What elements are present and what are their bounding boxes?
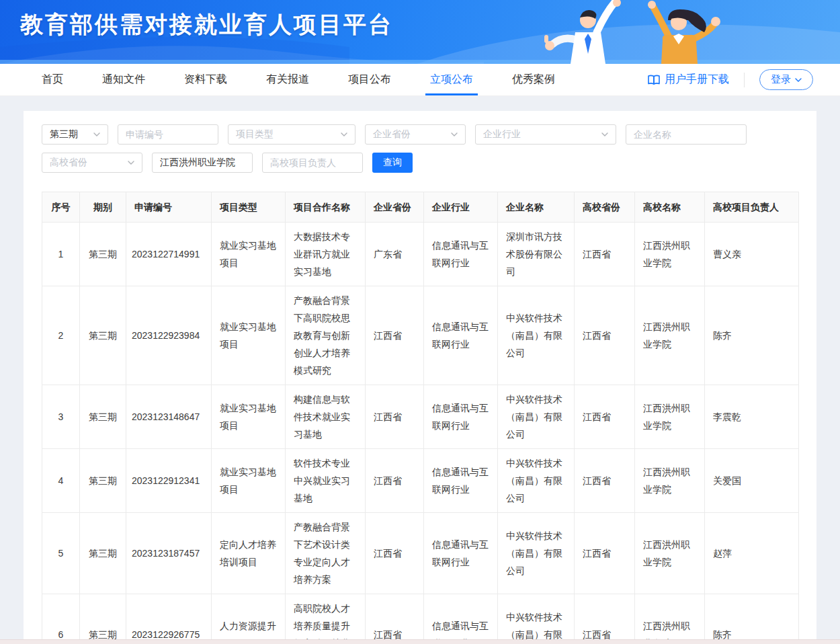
nav-items: 首页 通知文件 资料下载 有关报道 项目公布 立项公布 优秀案例 xyxy=(37,64,560,95)
table-row: 3第三期2023123148647就业实习基地项目构建信息与软件技术就业实习基地… xyxy=(42,385,799,449)
login-button[interactable]: 登录 xyxy=(759,69,813,90)
table-cell: 信息通讯与互联网行业 xyxy=(424,385,498,449)
table-cell: 江西省 xyxy=(575,594,635,644)
table-cell: 江西洪州职业学院 xyxy=(635,286,705,385)
table-cell: 信息通讯与互联网行业 xyxy=(424,449,498,513)
table-cell: 中兴软件技术（南昌）有限公司 xyxy=(498,449,575,513)
school-province-placeholder: 高校省份 xyxy=(50,157,87,169)
company-province-placeholder: 企业省份 xyxy=(373,128,411,140)
table-cell: 江西洪州职业学院 xyxy=(635,594,705,644)
table-cell: 产教融合背景下高职院校思政教育与创新创业人才培养模式研究 xyxy=(286,286,366,385)
filter-row-2: 高校省份 查询 xyxy=(42,153,798,173)
company-industry-select[interactable]: 企业行业 xyxy=(475,124,616,145)
table-cell: 关爱国 xyxy=(705,449,799,513)
table-cell: 江西省 xyxy=(575,223,635,286)
table-cell: 人力资源提升项目 xyxy=(212,594,286,644)
table-cell: 大数据技术专业群讯方就业实习基地 xyxy=(286,223,366,286)
project-type-select[interactable]: 项目类型 xyxy=(228,124,355,145)
school-name-input[interactable] xyxy=(160,157,245,168)
table-cell: 江西洪州职业学院 xyxy=(635,513,705,594)
table-header-row: 序号 期别 申请编号 项目类型 项目合作名称 企业省份 企业行业 企业名称 高校… xyxy=(42,192,799,223)
table-cell: 就业实习基地项目 xyxy=(212,385,286,449)
table-cell: 江西洪州职业学院 xyxy=(635,223,705,286)
col-header-school-name: 高校名称 xyxy=(635,192,705,223)
table-cell: 2023123148647 xyxy=(126,385,212,449)
page-top-gap xyxy=(0,96,840,111)
table-cell: 第三期 xyxy=(80,385,126,449)
chevron-down-icon xyxy=(451,132,458,136)
table-cell: 2023122714991 xyxy=(126,223,212,286)
login-label: 登录 xyxy=(771,73,791,86)
table-cell: 就业实习基地项目 xyxy=(212,223,286,286)
main-nav: 首页 通知文件 资料下载 有关报道 项目公布 立项公布 优秀案例 用户手册下载 … xyxy=(0,64,840,96)
table-cell: 信息通讯与互联网行业 xyxy=(424,594,498,644)
table-cell: 江西省 xyxy=(366,286,424,385)
nav-item-excellent-cases[interactable]: 优秀案例 xyxy=(507,64,560,95)
table-cell: 江西省 xyxy=(366,594,424,644)
nav-right-group: 用户手册下载 登录 xyxy=(648,69,813,90)
school-leader-input[interactable] xyxy=(270,157,355,168)
table-cell: 中兴软件技术（南昌）有限公司 xyxy=(498,594,575,644)
table-cell: 李震乾 xyxy=(705,385,799,449)
table-cell: 中兴软件技术（南昌）有限公司 xyxy=(498,513,575,594)
nav-item-reports[interactable]: 有关报道 xyxy=(261,64,314,95)
nav-item-downloads[interactable]: 资料下载 xyxy=(179,64,232,95)
col-header-index: 序号 xyxy=(42,192,80,223)
apply-no-input[interactable] xyxy=(126,129,210,140)
nav-item-project-publish[interactable]: 项目公布 xyxy=(343,64,396,95)
col-header-company-name: 企业名称 xyxy=(498,192,575,223)
table-cell: 3 xyxy=(42,385,80,449)
col-header-school-province: 高校省份 xyxy=(575,192,635,223)
table-cell: 就业实习基地项目 xyxy=(212,286,286,385)
table-cell: 江西省 xyxy=(575,385,635,449)
col-header-school-leader: 高校项目负责人 xyxy=(705,192,799,223)
table-row: 5第三期2023123187457定向人才培养培训项目产教融合背景下艺术设计类专… xyxy=(42,513,799,594)
content-card: 第三期 项目类型 企业省份 企业行业 xyxy=(24,111,816,644)
table-header: 序号 期别 申请编号 项目类型 项目合作名称 企业省份 企业行业 企业名称 高校… xyxy=(42,192,799,223)
nav-item-approved-projects[interactable]: 立项公布 xyxy=(425,64,478,95)
nav-divider xyxy=(744,73,745,87)
nav-item-home[interactable]: 首页 xyxy=(37,64,68,95)
celebration-illustration xyxy=(524,0,753,64)
table-cell: 软件技术专业中兴就业实习基地 xyxy=(286,449,366,513)
col-header-company-province: 企业省份 xyxy=(366,192,424,223)
table-cell: 中兴软件技术（南昌）有限公司 xyxy=(498,385,575,449)
table-cell: 2023123187457 xyxy=(126,513,212,594)
page-background: 第三期 项目类型 企业省份 企业行业 xyxy=(0,96,840,644)
company-name-input[interactable] xyxy=(634,129,739,140)
school-name-field xyxy=(152,153,253,173)
col-header-project-name: 项目合作名称 xyxy=(286,192,366,223)
table-cell: 第三期 xyxy=(80,513,126,594)
bottom-scrollbar-strip[interactable] xyxy=(0,639,840,644)
table-cell: 2023122912341 xyxy=(126,449,212,513)
chevron-down-icon xyxy=(93,132,100,136)
table-cell: 6 xyxy=(42,594,80,644)
school-province-select[interactable]: 高校省份 xyxy=(42,153,142,173)
table-cell: 信息通讯与互联网行业 xyxy=(424,286,498,385)
table-cell: 信息通讯与互联网行业 xyxy=(424,513,498,594)
project-type-placeholder: 项目类型 xyxy=(236,128,274,140)
table-cell: 2023122923984 xyxy=(126,286,212,385)
table-cell: 第三期 xyxy=(80,223,126,286)
table-row: 2第三期2023122923984就业实习基地项目产教融合背景下高职院校思政教育… xyxy=(42,286,799,385)
book-icon xyxy=(648,75,660,85)
table-row: 1第三期2023122714991就业实习基地项目大数据技术专业群讯方就业实习基… xyxy=(42,223,799,286)
apply-no-field xyxy=(118,124,218,145)
chevron-down-icon xyxy=(341,132,347,136)
col-header-period: 期别 xyxy=(80,192,126,223)
projects-table: 序号 期别 申请编号 项目类型 项目合作名称 企业省份 企业行业 企业名称 高校… xyxy=(42,192,799,644)
table-cell: 高职院校人才培养质量提升与高质量就业的实现路径 xyxy=(286,594,366,644)
chevron-down-icon xyxy=(795,78,802,82)
table-cell: 曹义亲 xyxy=(705,223,799,286)
chevron-down-icon xyxy=(128,161,134,165)
school-leader-field xyxy=(262,153,363,173)
search-button[interactable]: 查询 xyxy=(372,153,413,173)
period-select-value: 第三期 xyxy=(50,128,78,140)
nav-item-notices[interactable]: 通知文件 xyxy=(97,64,150,95)
period-select[interactable]: 第三期 xyxy=(42,124,108,145)
table-cell: 陈齐 xyxy=(705,594,799,644)
user-manual-download-link[interactable]: 用户手册下载 xyxy=(648,73,729,87)
table-cell: 江西省 xyxy=(366,513,424,594)
filter-row-1: 第三期 项目类型 企业省份 企业行业 xyxy=(42,124,798,145)
company-province-select[interactable]: 企业省份 xyxy=(365,124,466,145)
